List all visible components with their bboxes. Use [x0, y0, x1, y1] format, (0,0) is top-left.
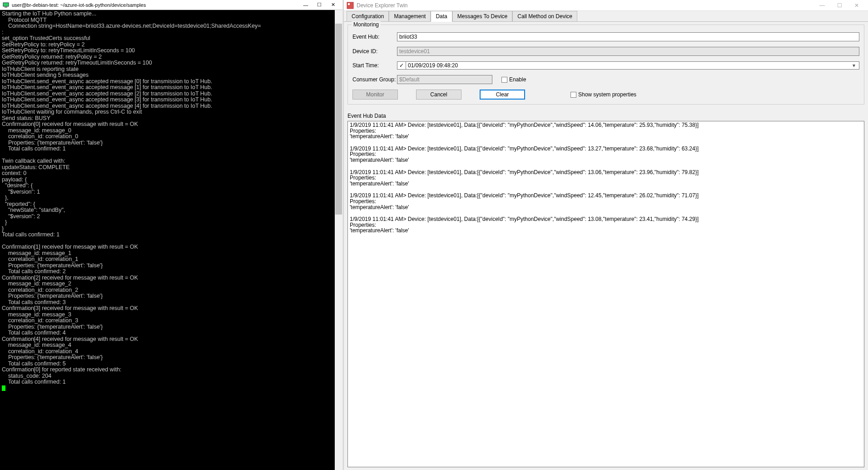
- event-hub-label: Event Hub:: [352, 34, 397, 40]
- terminal-titlebar[interactable]: user@br-debian-test: ~/azure-iot-sdk-pyt…: [0, 0, 342, 10]
- button-row: Monitor Cancel Clear Show system propert…: [352, 90, 859, 100]
- consumer-group-input[interactable]: [397, 75, 492, 84]
- event-hub-data-label: Event Hub Data: [347, 113, 864, 119]
- start-time-value: 01/09/2019 09:48:20: [408, 62, 458, 69]
- close-button[interactable]: ✕: [326, 0, 340, 10]
- start-time-row: Start Time: ✓ 01/09/2019 09:48:20 ▾: [352, 61, 859, 70]
- explorer-window-controls: — ☐ ✕: [813, 0, 865, 10]
- event-hub-data-box[interactable]: 1/9/2019 11:01:41 AM> Device: [testdevic…: [347, 121, 864, 467]
- consumer-group-row: Consumer Group: Enable: [352, 75, 859, 84]
- app-icon: [347, 2, 354, 9]
- tab-management[interactable]: Management: [389, 11, 431, 21]
- event-hub-message: 1/9/2019 11:01:41 AM> Device: [testdevic…: [350, 216, 862, 234]
- monitor-button[interactable]: Monitor: [352, 90, 398, 100]
- device-id-row: Device ID:: [352, 47, 859, 56]
- svg-rect-3: [348, 3, 350, 5]
- event-hub-message: 1/9/2019 11:01:41 AM> Device: [testdevic…: [350, 193, 862, 210]
- event-hub-input[interactable]: [397, 32, 859, 41]
- event-hub-message: 1/9/2019 11:01:41 AM> Device: [testdevic…: [350, 122, 862, 140]
- clear-button[interactable]: Clear: [480, 90, 525, 100]
- event-hub-row: Event Hub:: [352, 32, 859, 41]
- terminal-cursor: [2, 385, 5, 391]
- monitoring-group-title: Monitoring: [352, 21, 381, 28]
- start-time-field[interactable]: ✓ 01/09/2019 09:48:20 ▾: [397, 61, 859, 70]
- tab-configuration[interactable]: Configuration: [347, 11, 389, 21]
- maximize-button[interactable]: ☐: [831, 0, 848, 10]
- calendar-dropdown-icon[interactable]: ▾: [851, 62, 857, 69]
- device-id-input[interactable]: [397, 47, 859, 56]
- putty-icon: [3, 2, 9, 8]
- terminal-scrollthumb[interactable]: [335, 24, 342, 215]
- terminal-body[interactable]: Starting the IoT Hub Python sample... Pr…: [0, 10, 342, 470]
- close-button[interactable]: ✕: [848, 0, 865, 10]
- device-id-label: Device ID:: [352, 48, 397, 55]
- checkbox-icon: [570, 92, 576, 98]
- event-hub-message: 1/9/2019 11:01:41 AM> Device: [testdevic…: [350, 146, 862, 163]
- tab-data[interactable]: Data: [431, 11, 452, 22]
- svg-rect-0: [3, 3, 9, 6]
- tab-call-method[interactable]: Call Method on Device: [512, 11, 577, 21]
- cancel-button[interactable]: Cancel: [416, 90, 461, 100]
- tab-messages-to-device[interactable]: Messages To Device: [452, 11, 513, 21]
- minimize-button[interactable]: —: [813, 0, 831, 10]
- enable-label: Enable: [509, 76, 526, 83]
- tabstrip: Configuration Management Data Messages T…: [344, 11, 868, 22]
- device-explorer-window: Device Explorer Twin — ☐ ✕ Configuration…: [343, 0, 868, 470]
- consumer-group-label: Consumer Group:: [352, 76, 397, 83]
- terminal-window: user@br-debian-test: ~/azure-iot-sdk-pyt…: [0, 0, 343, 470]
- show-system-properties-checkbox[interactable]: Show system properties: [570, 91, 636, 98]
- terminal-window-controls: — ☐ ✕: [299, 0, 340, 10]
- terminal-scrollbar[interactable]: [335, 10, 342, 470]
- explorer-title: Device Explorer Twin: [357, 2, 813, 9]
- maximize-button[interactable]: ☐: [312, 0, 326, 10]
- terminal-title: user@br-debian-test: ~/azure-iot-sdk-pyt…: [12, 2, 299, 8]
- event-hub-message: 1/9/2019 11:01:41 AM> Device: [testdevic…: [350, 170, 862, 187]
- tab-content-data: Monitoring Event Hub: Device ID: Start T…: [344, 22, 868, 470]
- show-system-label: Show system properties: [578, 91, 636, 98]
- minimize-button[interactable]: —: [299, 0, 312, 10]
- monitoring-group: Monitoring Event Hub: Device ID: Start T…: [347, 25, 864, 105]
- svg-rect-1: [5, 6, 7, 8]
- enable-checkbox[interactable]: Enable: [501, 76, 546, 83]
- explorer-titlebar[interactable]: Device Explorer Twin — ☐ ✕: [344, 0, 868, 11]
- terminal-output: Starting the IoT Hub Python sample... Pr…: [2, 10, 261, 385]
- checkbox-icon: [501, 77, 507, 83]
- start-time-label: Start Time:: [352, 62, 397, 69]
- start-time-checkbox[interactable]: ✓: [397, 61, 406, 70]
